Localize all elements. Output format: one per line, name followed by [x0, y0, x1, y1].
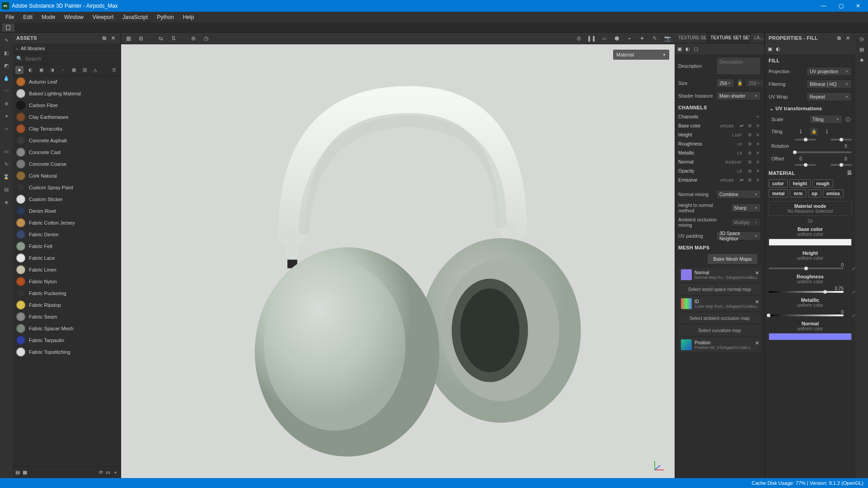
panel-tab[interactable]: TEXTURE SET ...: [675, 33, 707, 43]
menu-edit[interactable]: Edit: [19, 13, 36, 21]
info-icon[interactable]: ⓘ: [845, 116, 852, 123]
grid-large-icon[interactable]: ▦: [23, 469, 27, 475]
sphere-icon[interactable]: ◐: [685, 46, 690, 52]
popout-props-icon[interactable]: ⧉: [835, 34, 843, 42]
menu-javascript[interactable]: JavaScript: [119, 13, 151, 21]
sphere2-icon[interactable]: ◐: [776, 46, 780, 52]
smudge-tool-icon[interactable]: 〰: [2, 87, 10, 95]
remove-channel-icon[interactable]: ✕: [755, 122, 761, 129]
offset-slider-a[interactable]: [795, 164, 816, 166]
asset-item[interactable]: Fabric Seam: [13, 311, 121, 323]
maximize-button[interactable]: ▢: [833, 0, 849, 11]
size-select[interactable]: 256▼: [716, 79, 734, 88]
document-tab[interactable]: [2, 23, 14, 32]
gear-icon[interactable]: ⚙: [746, 150, 753, 156]
perspective-icon[interactable]: ▱: [600, 34, 609, 43]
asset-item[interactable]: Fabric Tarpaulin: [13, 334, 121, 346]
refresh-icon[interactable]: ⟳: [99, 469, 103, 475]
channel-chip-emiss[interactable]: emiss: [823, 189, 844, 197]
eraser-tool-icon[interactable]: ◧: [2, 49, 10, 57]
checker-icon[interactable]: ▣: [677, 46, 682, 52]
filter-preset-icon[interactable]: ▥: [80, 66, 89, 74]
asset-item[interactable]: Clay Earthenware: [13, 111, 121, 123]
paint-icon[interactable]: ✎: [650, 34, 659, 43]
mesh-map-card[interactable]: PositionPosition MI_XSdsgqsIOUJakLL✕: [678, 338, 761, 352]
brush-tool-icon[interactable]: ✎: [2, 36, 10, 44]
normal-mixing-select[interactable]: Combine▼: [716, 190, 761, 199]
assets-search-input[interactable]: [25, 56, 117, 61]
add-view-icon[interactable]: ⊕: [189, 34, 198, 43]
channel-chip-metal[interactable]: metal: [769, 189, 788, 197]
folder-icon[interactable]: ▭: [106, 469, 110, 475]
fill-tool-icon[interactable]: 💧: [2, 74, 10, 82]
asset-item[interactable]: Fabric Cotton Jersey: [13, 217, 121, 229]
menu-python[interactable]: Python: [153, 13, 177, 21]
filter-material-icon[interactable]: ●: [15, 66, 23, 74]
menu-file[interactable]: File: [2, 13, 18, 21]
shader-select[interactable]: Main shader▼: [716, 91, 761, 100]
expand-icon[interactable]: ⤢: [852, 313, 855, 318]
asset-item[interactable]: Custom Sticker: [13, 193, 121, 205]
viewport-3d[interactable]: Material ▼: [121, 44, 675, 478]
panel-tab[interactable]: LA...: [751, 33, 765, 43]
chevron-down-icon[interactable]: ⌄: [769, 106, 774, 111]
asset-item[interactable]: Fabric Spacer Mesh: [13, 323, 121, 334]
add-channel-icon[interactable]: ＋: [755, 113, 761, 120]
gear-icon[interactable]: ⚙: [746, 159, 753, 165]
tiling-slider-b[interactable]: [830, 139, 852, 141]
remove-channel-icon[interactable]: ✕: [755, 177, 761, 183]
history-icon[interactable]: ◷: [859, 36, 864, 42]
minimize-button[interactable]: —: [816, 0, 832, 11]
assets-breadcrumb[interactable]: › All libraries: [13, 43, 121, 53]
grid2-icon[interactable]: ⊞: [136, 34, 145, 43]
cube-view-icon[interactable]: ▢: [694, 46, 698, 52]
asset-item[interactable]: Fabric Denim: [13, 229, 121, 240]
asset-item[interactable]: Fabric Linen: [13, 264, 121, 276]
uv-padding-select[interactable]: 3D Space Neighbor▼: [716, 231, 761, 240]
projection-select[interactable]: UV projection▼: [807, 67, 852, 76]
remove-channel-icon[interactable]: ✕: [755, 141, 761, 147]
scale-select[interactable]: Tiling▼: [809, 115, 843, 124]
asset-item[interactable]: Fabric Puckering: [13, 287, 121, 299]
asset-item[interactable]: Carbon Fiber: [13, 99, 121, 111]
close-props-icon[interactable]: ✕: [845, 34, 852, 42]
clear-map-icon[interactable]: ✕: [755, 299, 759, 305]
projection-tool-icon[interactable]: ◩: [2, 61, 10, 70]
value-slider[interactable]: 0⤢: [765, 262, 855, 272]
wand-tool-icon[interactable]: ✧: [2, 125, 10, 133]
channel-chip-rough[interactable]: rough: [812, 179, 833, 188]
expand-icon[interactable]: ⤢: [852, 266, 855, 271]
checker2-icon[interactable]: ▣: [768, 46, 772, 52]
timer-tool-icon[interactable]: ⌛: [2, 173, 10, 181]
eyedropper-icon[interactable]: ✎: [855, 333, 855, 338]
menu-viewport[interactable]: Viewport: [89, 13, 117, 21]
lock-icon[interactable]: 🔒: [737, 79, 743, 88]
gear-icon[interactable]: ⚙: [746, 141, 753, 147]
timer-icon[interactable]: ◷: [202, 34, 211, 43]
filter-alpha-icon[interactable]: ◑: [48, 66, 56, 74]
expand-icon[interactable]: ⤢: [852, 290, 855, 295]
asset-item[interactable]: Fabric Felt: [13, 240, 121, 252]
mesh-map-slot[interactable]: Select ambient occlusion map: [678, 313, 761, 324]
mesh-map-card[interactable]: NormalNormal Map fro...SdsgqsIOUJakLL✕: [678, 267, 761, 282]
clear-map-icon[interactable]: ✕: [755, 340, 759, 346]
swap-icon[interactable]: ⇄: [738, 122, 745, 129]
mesh-map-slot[interactable]: Select world space normal map: [678, 284, 761, 295]
axis-gizmo[interactable]: [652, 459, 666, 473]
filter-mesh-icon[interactable]: ◬: [91, 66, 99, 74]
asset-list[interactable]: Autumn LeafBaked Lighting MaterialCarbon…: [13, 76, 121, 466]
clear-map-icon[interactable]: ✕: [755, 270, 759, 276]
selection-tool-icon[interactable]: ▭: [2, 147, 10, 155]
filtering-select[interactable]: Bilinear | HQ▼: [807, 80, 852, 89]
material-dropdown[interactable]: Material ▼: [613, 50, 669, 60]
remove-channel-icon[interactable]: ✕: [755, 168, 761, 174]
asset-item[interactable]: Autumn Leaf: [13, 76, 121, 88]
channel-chip-nrm[interactable]: nrm: [790, 189, 806, 197]
offset-slider-b[interactable]: [830, 164, 852, 166]
material-mode-box[interactable]: Material mode No Resource Selected: [769, 201, 852, 216]
panel-tab[interactable]: TEXTURE SET SETT...✕: [707, 33, 751, 43]
gear-icon[interactable]: ⚙: [746, 131, 753, 138]
asset-item[interactable]: Concrete Cast: [13, 146, 121, 158]
channel-chip-height[interactable]: height: [789, 179, 811, 188]
asset-item[interactable]: Clay Terracotta: [13, 123, 121, 135]
